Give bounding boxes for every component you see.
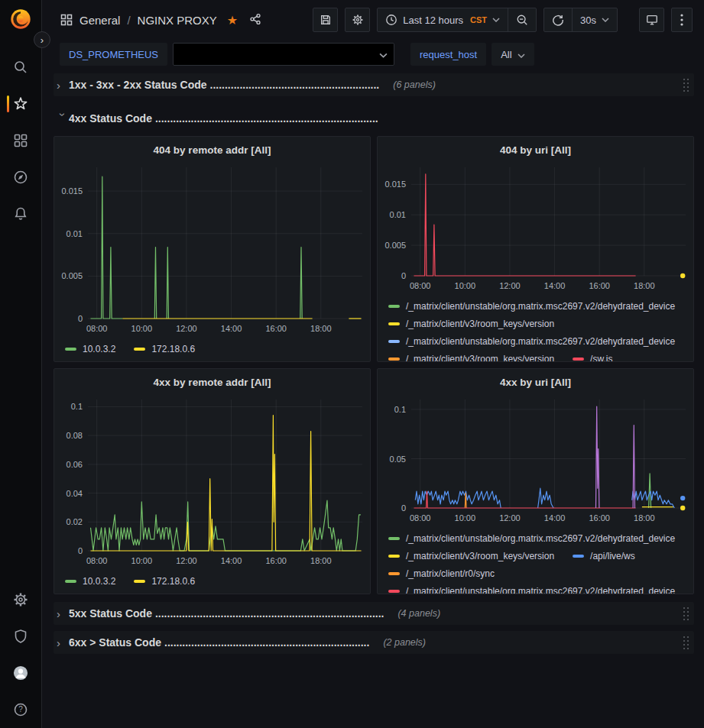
share-icon[interactable] [249, 13, 261, 28]
apps-icon [13, 133, 28, 148]
row-title: 4xx Status Code [69, 112, 152, 125]
y-axis-label: 0.1 [394, 405, 406, 414]
sidebar-expand-button[interactable]: › [34, 31, 50, 48]
legend-item[interactable]: 172.18.0.6 [134, 344, 195, 354]
breadcrumb: General / NGINX PROXY ★ [60, 13, 261, 28]
x-axis-label: 14:00 [544, 281, 566, 290]
chart-plot[interactable]: 08:0010:0012:0014:0016:0018:0000.0050.01… [378, 163, 693, 296]
breadcrumb-title[interactable]: NGINX PROXY [138, 14, 217, 27]
time-range-group: Last 12 hours CST [377, 8, 537, 32]
row-drag-handle[interactable] [683, 636, 689, 650]
panel-404-by-remote-addr: 404 by remote addr [All] 08:0010:0012:00… [54, 136, 371, 362]
x-axis-label: 08:00 [86, 324, 108, 333]
legend-item[interactable]: /_matrix/client/r0/sync [388, 568, 495, 579]
panel-title[interactable]: 4xx by uri [All] [378, 369, 693, 395]
chart-canvas[interactable]: 08:0010:0012:0014:0016:0018:0000.050.1 [378, 395, 693, 528]
series-color-chip [573, 358, 584, 361]
row-drag-handle[interactable] [683, 607, 689, 621]
row-drag-handle[interactable] [683, 78, 689, 92]
sidebar-item-server-admin[interactable] [0, 618, 42, 655]
variable-value-text: All [501, 49, 511, 60]
row-5xx[interactable]: › 5xx Status Code ......................… [54, 602, 694, 625]
sidebar-item-search[interactable] [0, 49, 42, 86]
legend-item[interactable]: /api/live/ws [573, 551, 635, 561]
monitor-icon [646, 14, 658, 26]
row-1xx-3xx-2xx[interactable]: › 1xx - 3xx - 2xx Status Code ..........… [54, 73, 694, 96]
y-axis-label: 0 [78, 546, 83, 555]
y-axis-label: 0.01 [67, 229, 83, 238]
y-axis-label: 0.005 [61, 271, 83, 280]
y-axis-label: 0 [401, 503, 406, 513]
sidebar-item-dashboards[interactable] [0, 122, 42, 159]
panel-title[interactable]: 404 by uri [All] [378, 137, 693, 163]
chart-canvas[interactable]: 08:0010:0012:0014:0016:0018:0000.0050.01… [378, 163, 693, 296]
grafana-logo[interactable] [9, 8, 32, 31]
series-name: /_matrix/client/unstable/org.matrix.msc2… [406, 533, 675, 544]
series-color-chip [134, 348, 145, 351]
chart-plot[interactable]: 08:0010:0012:0014:0016:0018:0000.050.1 [378, 395, 693, 528]
refresh-button[interactable] [544, 8, 572, 31]
panel-4xx-by-uri: 4xx by uri [All] 08:0010:0012:0014:0016:… [377, 368, 694, 594]
panel-title[interactable]: 4xx by remote addr [All] [54, 369, 370, 395]
x-axis-label: 08:00 [410, 281, 431, 290]
grafana-app: ? › General / NGINX PROXY ★ [0, 0, 704, 728]
series-name: 172.18.0.6 [151, 576, 195, 587]
chevron-down-icon [602, 18, 609, 22]
variable-label-request-host[interactable]: request_host [410, 43, 486, 66]
series-color-chip [134, 580, 145, 583]
legend-item[interactable]: /_matrix/client/v3/room_keys/version [388, 551, 554, 561]
legend-item[interactable]: /_matrix/client/unstable/org.matrix.msc2… [388, 301, 675, 312]
sidebar-item-configuration[interactable] [0, 581, 42, 618]
refresh-icon [552, 14, 564, 26]
variable-value-request-host[interactable]: All [492, 43, 534, 66]
legend-item[interactable]: /_matrix/client/v3/room_keys/version [388, 354, 554, 363]
dashboard-squares-icon[interactable] [60, 14, 73, 26]
sidebar-item-starred[interactable] [0, 86, 42, 122]
legend-item[interactable]: /_matrix/client/unstable/org.matrix.msc2… [388, 586, 675, 595]
zoom-out-button[interactable] [508, 8, 536, 31]
more-options-button[interactable] [671, 8, 693, 32]
y-axis-label: 0 [78, 314, 83, 323]
dashboard-settings-button[interactable] [345, 8, 370, 32]
row-title: 5xx Status Code [69, 607, 152, 620]
legend-item[interactable]: /sw.js [573, 354, 612, 363]
timezone-label: CST [470, 15, 487, 24]
legend-item[interactable]: 10.0.3.2 [65, 576, 115, 587]
variable-value-ds-prometheus[interactable] [173, 43, 394, 66]
panel-title[interactable]: 404 by remote addr [All] [54, 137, 370, 163]
legend-item[interactable]: /_matrix/client/unstable/org.matrix.msc2… [388, 533, 675, 544]
panel-4xx-by-remote-addr: 4xx by remote addr [All] 08:0010:0012:00… [54, 368, 371, 594]
legend-item[interactable]: 172.18.0.6 [134, 576, 195, 587]
series-name: 172.18.0.6 [151, 344, 195, 354]
panel-legend: /_matrix/client/unstable/org.matrix.msc2… [378, 296, 693, 362]
save-dashboard-button[interactable] [313, 8, 338, 32]
chevron-right-icon: › [57, 79, 69, 92]
chevron-right-icon: › [57, 636, 69, 649]
cycle-view-mode-button[interactable] [639, 8, 664, 32]
series-color-chip [388, 555, 400, 558]
sidebar-item-explore[interactable] [0, 159, 42, 196]
chart-plot[interactable]: 08:0010:0012:0014:0016:0018:0000.0050.01… [54, 163, 370, 338]
y-axis-label: 0.06 [67, 460, 83, 469]
breadcrumb-section[interactable]: General [79, 14, 120, 27]
series-name: 10.0.3.2 [83, 576, 115, 587]
chart-canvas[interactable]: 08:0010:0012:0014:0016:0018:0000.020.040… [54, 395, 370, 571]
variable-label-ds-prometheus[interactable]: DS_PROMETHEUS [60, 43, 167, 66]
chart-canvas[interactable]: 08:0010:0012:0014:0016:0018:0000.0050.01… [54, 163, 370, 338]
page-header: General / NGINX PROXY ★ Last [42, 0, 704, 40]
sidebar-item-alerting[interactable] [0, 196, 42, 232]
sidebar-item-help[interactable]: ? [0, 691, 42, 728]
time-range-picker[interactable]: Last 12 hours CST [378, 8, 508, 31]
sidebar-item-profile[interactable] [0, 655, 42, 691]
series-name: /_matrix/client/v3/room_keys/version [406, 354, 554, 363]
legend-item[interactable]: 10.0.3.2 [65, 344, 115, 354]
favorite-star-icon[interactable]: ★ [227, 13, 238, 28]
chart-plot[interactable]: 08:0010:0012:0014:0016:0018:0000.020.040… [54, 395, 370, 571]
chevron-down-icon: › [57, 112, 70, 125]
row-6xx[interactable]: › 6xx > Status Code ....................… [54, 631, 694, 654]
legend-item[interactable]: /_matrix/client/v3/room_keys/version [388, 319, 554, 329]
row-4xx[interactable]: › 4xx Status Code ......................… [54, 107, 694, 130]
x-axis-label: 12:00 [499, 281, 521, 290]
refresh-interval-picker[interactable]: 30s [572, 8, 617, 31]
legend-item[interactable]: /_matrix/client/unstable/org.matrix.msc2… [388, 336, 675, 347]
